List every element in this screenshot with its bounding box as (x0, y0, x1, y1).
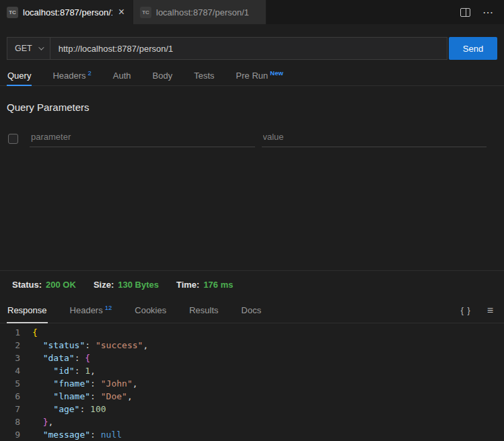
request-bar: GET Send (7, 37, 497, 60)
response-panel: Status: 200 OK Size: 130 Bytes Time: 176… (0, 270, 504, 441)
code-line: "data": { (32, 352, 148, 364)
tab-query-label: Query (7, 71, 31, 81)
editor-tab-inactive[interactable]: TC localhost:8787/person/1 (133, 0, 266, 24)
tab-cookies[interactable]: Cookies (134, 298, 167, 323)
url-input[interactable] (50, 37, 447, 60)
size-value: 130 Bytes (118, 280, 159, 290)
line-number: 8 (0, 415, 20, 428)
param-checkbox[interactable] (8, 134, 18, 144)
line-number: 1 (0, 326, 20, 339)
status-value: 200 OK (46, 280, 76, 290)
tab-tests[interactable]: Tests (193, 67, 215, 86)
tab-body-label: Body (153, 71, 173, 81)
request-tabs: Query Headers 2 Auth Body Tests Pre Run … (0, 67, 504, 86)
method-select[interactable]: GET (7, 37, 50, 60)
code-line: "fname": "John", (32, 377, 148, 390)
param-value-input[interactable] (262, 130, 487, 147)
code-line: { (32, 326, 148, 339)
query-parameter-row (8, 130, 487, 147)
line-number: 2 (0, 339, 20, 352)
time-label: Time: (176, 280, 199, 290)
format-json-icon[interactable]: { } (461, 306, 471, 315)
tab-auth-label: Auth (113, 71, 131, 81)
response-actions: { } ≡ (461, 298, 497, 323)
tab-query[interactable]: Query (7, 67, 32, 86)
line-number: 7 (0, 403, 20, 415)
code-line: "age": 100 (32, 403, 148, 415)
line-number: 9 (0, 428, 20, 441)
close-tab-icon[interactable]: × (117, 7, 126, 17)
titlebar-actions: ⋯ (460, 0, 504, 24)
thunder-client-icon: TC (140, 7, 151, 18)
chevron-down-icon (38, 44, 44, 50)
status-stat: Status: 200 OK (12, 280, 76, 290)
line-number: 6 (0, 390, 20, 403)
editor-tab-title: localhost:8787/person/1 (23, 7, 112, 17)
code-line: }, (32, 415, 148, 428)
pre-run-new-badge: New (270, 69, 283, 77)
query-parameters-title: Query Parameters (7, 102, 497, 113)
tab-response-label: Response (7, 305, 47, 315)
status-label: Status: (12, 280, 42, 290)
tab-results[interactable]: Results (188, 298, 219, 323)
tab-response[interactable]: Response (7, 298, 48, 323)
tab-headers-label: Headers (52, 71, 85, 81)
response-headers-count-badge: 12 (105, 304, 112, 311)
response-status-bar: Status: 200 OK Size: 130 Bytes Time: 176… (0, 271, 504, 298)
request-panel: GET Send Query Headers 2 Auth Body Tests… (0, 37, 504, 270)
tab-docs-label: Docs (242, 305, 262, 315)
tab-headers[interactable]: Headers 2 (52, 67, 92, 86)
split-editor-icon[interactable] (460, 8, 470, 17)
more-actions-icon[interactable]: ⋯ (482, 6, 493, 19)
tab-auth[interactable]: Auth (112, 67, 132, 86)
editor-tab-active[interactable]: TC localhost:8787/person/1 × (0, 0, 133, 24)
editor-tab-title: localhost:8787/person/1 (156, 7, 259, 17)
size-stat: Size: 130 Bytes (94, 280, 159, 290)
thunder-client-icon: TC (7, 7, 18, 18)
response-editor[interactable]: 12345678910 { "status": "success", "data… (0, 323, 504, 441)
line-number: 4 (0, 364, 20, 377)
line-number: 5 (0, 377, 20, 390)
send-button[interactable]: Send (449, 37, 497, 60)
code-line: "id": 1, (32, 364, 148, 377)
menu-lines-icon[interactable]: ≡ (487, 305, 493, 317)
method-label: GET (15, 44, 32, 53)
size-label: Size: (94, 280, 114, 290)
tab-response-headers[interactable]: Headers 12 (69, 298, 113, 323)
code-line: "status": "success", (32, 339, 148, 352)
tab-response-headers-label: Headers (70, 305, 103, 315)
time-value: 176 ms (203, 280, 233, 290)
tab-results-label: Results (189, 305, 218, 315)
tab-pre-run[interactable]: Pre Run New (236, 67, 284, 86)
response-tabs: Response Headers 12 Cookies Results Docs… (0, 298, 504, 323)
tab-pre-run-label: Pre Run (236, 71, 268, 81)
headers-count-badge: 2 (88, 69, 92, 77)
code-gutter: 12345678910 (0, 326, 20, 441)
param-name-input[interactable] (30, 130, 255, 147)
tab-cookies-label: Cookies (135, 305, 166, 315)
code-line: "lname": "Doe", (32, 390, 148, 403)
response-code: { "status": "success", "data": { "id": 1… (20, 326, 148, 441)
code-line: "message": null (32, 428, 148, 441)
time-stat: Time: 176 ms (176, 280, 233, 290)
tab-docs[interactable]: Docs (241, 298, 262, 323)
tab-body[interactable]: Body (152, 67, 174, 86)
tab-tests-label: Tests (194, 71, 214, 81)
editor-tab-bar: TC localhost:8787/person/1 × TC localhos… (0, 0, 504, 24)
line-number: 3 (0, 352, 20, 364)
